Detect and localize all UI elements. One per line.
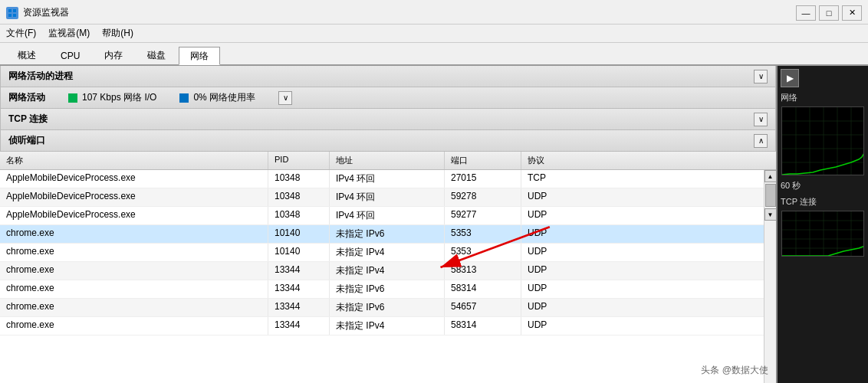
close-button[interactable]: ✕ <box>842 5 862 21</box>
cell-pid: 13344 <box>268 299 330 316</box>
cell-name: AppleMobileDeviceProcess.exe <box>0 170 268 188</box>
network-graph-label: 网络 <box>781 92 797 103</box>
cell-name: AppleMobileDeviceProcess.exe <box>0 188 268 206</box>
table-header: 名称 PID 地址 端口 协议 <box>0 152 776 170</box>
col-header-name[interactable]: 名称 <box>0 152 268 169</box>
cell-address: IPv4 环回 <box>330 207 445 224</box>
cell-protocol: TCP <box>521 170 598 188</box>
svg-rect-4 <box>68 93 77 103</box>
tab-overview[interactable]: 概述 <box>6 46 48 64</box>
cell-address: 未指定 IPv4 <box>330 317 445 335</box>
listen-collapse[interactable]: ∧ <box>754 134 768 148</box>
cell-name: AppleMobileDeviceProcess.exe <box>0 207 268 224</box>
right-panel: ▶ 网络 60 秒 TCP 连接 <box>776 66 868 383</box>
cell-protocol: UDP <box>521 244 598 261</box>
tcp-section-header: TCP 连接 ∨ <box>0 109 776 130</box>
table-scroll-area: AppleMobileDeviceProcess.exe 10348 IPv4 … <box>0 170 776 383</box>
cell-protocol: UDP <box>521 225 598 243</box>
network-activity-collapse[interactable]: ∨ <box>278 91 292 105</box>
title-bar: 资源监视器 — □ ✕ <box>0 0 868 25</box>
table-row[interactable]: chrome.exe 10140 未指定 IPv6 5353 UDP <box>0 225 764 244</box>
cell-protocol: UDP <box>521 317 598 335</box>
cell-name: chrome.exe <box>0 280 268 298</box>
cell-pid: 10140 <box>268 225 330 243</box>
tab-network[interactable]: 网络 <box>179 47 220 65</box>
svg-rect-0 <box>8 9 12 12</box>
blue-dot-icon <box>179 93 189 103</box>
cell-name: chrome.exe <box>0 262 268 280</box>
cell-pid: 10140 <box>268 244 330 261</box>
network-process-title: 网络活动的进程 <box>8 70 73 83</box>
table-row[interactable]: AppleMobileDeviceProcess.exe 10348 IPv4 … <box>0 170 764 188</box>
cell-pid: 10348 <box>268 207 330 224</box>
tab-memory[interactable]: 内存 <box>93 46 134 64</box>
table-content[interactable]: AppleMobileDeviceProcess.exe 10348 IPv4 … <box>0 170 764 383</box>
cell-address: IPv4 环回 <box>330 188 445 206</box>
title-controls: — □ ✕ <box>796 5 862 21</box>
tcp-collapse[interactable]: ∨ <box>754 113 768 126</box>
table-row[interactable]: chrome.exe 13344 未指定 IPv4 58313 UDP <box>0 262 764 280</box>
scroll-thumb[interactable] <box>765 184 776 207</box>
listen-title: 侦听端口 <box>8 134 45 147</box>
network-usage-text: 0% 网络使用率 <box>193 91 255 104</box>
cell-port: 5353 <box>445 225 521 243</box>
minimize-button[interactable]: — <box>796 5 816 21</box>
main-layout: 网络活动的进程 ∨ 网络活动 107 Kbps 网络 I/O 0% 网络使用率 … <box>0 66 868 383</box>
title-bar-left: 资源监视器 <box>6 6 69 19</box>
network-process-collapse[interactable]: ∨ <box>754 70 768 83</box>
svg-rect-5 <box>179 93 189 103</box>
cell-port: 59277 <box>445 207 521 224</box>
network-activity-label: 网络活动 <box>8 91 45 104</box>
cell-address: 未指定 IPv6 <box>330 280 445 298</box>
network-graph <box>781 106 864 175</box>
tab-disk[interactable]: 磁盘 <box>136 46 177 64</box>
cell-protocol: UDP <box>521 207 598 224</box>
cell-name: chrome.exe <box>0 317 268 335</box>
tab-cpu[interactable]: CPU <box>49 46 91 64</box>
network-indicator-1: 107 Kbps 网络 I/O <box>68 91 156 104</box>
table-row[interactable]: AppleMobileDeviceProcess.exe 10348 IPv4 … <box>0 188 764 207</box>
scroll-down-arrow[interactable]: ▼ <box>764 208 777 221</box>
menu-help[interactable]: 帮助(H) <box>102 27 133 40</box>
cell-pid: 10348 <box>268 188 330 206</box>
cell-pid: 13344 <box>268 262 330 280</box>
expand-button[interactable]: ▶ <box>781 69 799 87</box>
col-header-pid[interactable]: PID <box>268 152 330 169</box>
app-icon <box>6 7 18 19</box>
table-row[interactable]: chrome.exe 13344 未指定 IPv6 54657 UDP <box>0 299 764 317</box>
cell-name: chrome.exe <box>0 225 268 243</box>
left-panel: 网络活动的进程 ∨ 网络活动 107 Kbps 网络 I/O 0% 网络使用率 … <box>0 66 776 383</box>
table-scrollbar[interactable]: ▲ ▼ <box>764 170 776 383</box>
menu-file[interactable]: 文件(F) <box>6 27 36 40</box>
cell-address: 未指定 IPv6 <box>330 299 445 316</box>
cell-pid: 10348 <box>268 170 330 188</box>
table-row[interactable]: AppleMobileDeviceProcess.exe 10348 IPv4 … <box>0 207 764 225</box>
cell-address: 未指定 IPv4 <box>330 262 445 280</box>
cell-port: 59278 <box>445 188 521 206</box>
tcp-label: TCP 连接 <box>781 196 817 208</box>
svg-rect-3 <box>13 14 16 17</box>
maximize-button[interactable]: □ <box>819 5 839 21</box>
table-row[interactable]: chrome.exe 13344 未指定 IPv6 58314 UDP <box>0 280 764 299</box>
col-header-port[interactable]: 端口 <box>445 152 521 169</box>
cell-protocol: UDP <box>521 299 598 316</box>
scroll-up-arrow[interactable]: ▲ <box>764 170 777 182</box>
col-header-protocol[interactable]: 协议 <box>521 152 598 169</box>
network-io-text: 107 Kbps 网络 I/O <box>82 91 156 104</box>
network-process-header: 网络活动的进程 ∨ <box>0 66 776 87</box>
table-row[interactable]: chrome.exe 10140 未指定 IPv4 5353 UDP <box>0 244 764 262</box>
table-row[interactable]: chrome.exe 13344 未指定 IPv4 58314 UDP <box>0 317 764 336</box>
menu-monitor[interactable]: 监视器(M) <box>48 27 90 40</box>
cell-port: 58314 <box>445 317 521 335</box>
cell-address: 未指定 IPv4 <box>330 244 445 261</box>
table-wrapper: 名称 PID 地址 端口 协议 AppleMobileDeviceProcess… <box>0 152 776 383</box>
cell-port: 54657 <box>445 299 521 316</box>
title-text: 资源监视器 <box>23 6 69 19</box>
cell-pid: 13344 <box>268 317 330 335</box>
tab-bar: 概述 CPU 内存 磁盘 网络 <box>0 43 868 66</box>
cell-name: chrome.exe <box>0 244 268 261</box>
col-header-address[interactable]: 地址 <box>330 152 445 169</box>
cell-address: 未指定 IPv6 <box>330 225 445 243</box>
cell-protocol: UDP <box>521 188 598 206</box>
cell-port: 58314 <box>445 280 521 298</box>
